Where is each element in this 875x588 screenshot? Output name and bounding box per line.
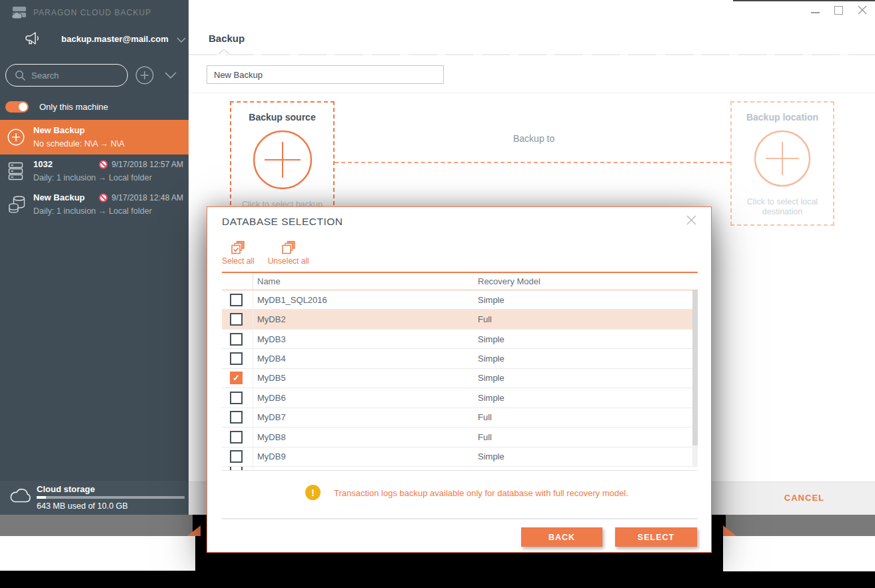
storage-progress-bar (37, 496, 185, 499)
row-checkbox[interactable] (230, 392, 243, 404)
toggle-knob (19, 103, 27, 111)
row-checkbox[interactable] (230, 431, 243, 443)
warning-text: Transaction logs backup available only f… (334, 488, 628, 498)
backup-item-schedule: Daily: 1 inclusion → Local folder (33, 206, 183, 216)
select-all-icon (231, 240, 245, 255)
source-destination-connector (335, 162, 730, 163)
database-selection-dialog: DATABASE SELECTION Select all (207, 206, 712, 553)
account-email: backup.master@mail.com (61, 34, 169, 44)
db-name: MyDB9 (253, 451, 478, 461)
db-name: MyDB4 (253, 354, 478, 364)
storage-usage-text: 643 MB used of 10.0 GB (37, 501, 128, 511)
sidebar: PARAGON CLOUD BACKUP backup.master@mail.… (0, 0, 189, 515)
cloud-icon (9, 487, 32, 505)
table-row[interactable]: MyDB5Simple (222, 369, 698, 388)
plus-circle-icon (252, 129, 313, 190)
sidebar-item-1032[interactable]: 1032 9/17/2018 12:57 AM Daily: 1 inclusi… (0, 154, 189, 188)
cloud-storage-panel: Cloud storage 643 MB used of 10.0 GB (0, 481, 189, 515)
window-top-edge (733, 0, 875, 1)
checkbox-column-header (222, 273, 253, 290)
recovery-model: Full (478, 412, 698, 422)
backup-location-box[interactable]: Backup location Click to select local de… (730, 101, 834, 226)
unselect-all-button[interactable]: Unselect all (268, 240, 309, 266)
db-name: MyDB7 (253, 412, 478, 422)
row-checkbox (230, 467, 243, 471)
database-icon (8, 194, 25, 214)
recovery-model: Simple (478, 334, 698, 344)
background-white-right (723, 536, 875, 571)
chevron-down-icon[interactable] (177, 37, 186, 43)
backup-item-schedule: Daily: 1 inclusion → Local folder (33, 173, 183, 182)
table-row[interactable]: MyDB7Full (222, 408, 698, 428)
db-name: MyDB1_SQL2016 (253, 295, 478, 305)
backup-item-status: 9/17/2018 12:48 AM (99, 193, 183, 202)
maximize-icon[interactable] (834, 6, 843, 15)
table-scrollbar[interactable] (692, 290, 698, 467)
backup-name-input[interactable] (207, 65, 444, 84)
row-checkbox[interactable] (230, 294, 243, 306)
backup-item-schedule: No schedule: N\A → N\A (33, 139, 183, 148)
recovery-model: Simple (478, 373, 698, 383)
machine-filter-row: Only this machine (5, 101, 108, 113)
backup-item-title: 1032 (33, 159, 53, 169)
cloud-storage-title: Cloud storage (37, 484, 95, 494)
close-icon[interactable] (686, 215, 696, 228)
backup-item-title: New Backup (33, 125, 85, 135)
table-row[interactable]: MyDB6Simple (222, 388, 698, 408)
name-column-header: Name (253, 276, 478, 286)
db-name: MyDB2 (253, 314, 478, 324)
recovery-model: Simple (478, 354, 698, 364)
page-title: Backup (209, 33, 245, 44)
sidebar-item-new-backup[interactable]: New Backup No schedule: N\A → N\A (0, 120, 189, 154)
search-input[interactable] (31, 71, 111, 81)
minimize-icon[interactable] (811, 12, 820, 13)
select-all-button[interactable]: Select all (222, 240, 255, 266)
backup-list: New Backup No schedule: N\A → N\A 1032 (0, 120, 189, 222)
chevron-down-icon[interactable] (165, 72, 177, 79)
table-row[interactable]: MyDB4Simple (222, 349, 698, 368)
dialog-footer-divider (222, 518, 698, 519)
row-checkbox[interactable] (230, 411, 243, 424)
section-divider (189, 93, 875, 93)
row-checkbox[interactable] (230, 313, 243, 326)
background-strip-left (0, 515, 193, 536)
scrollbar-thumb[interactable] (692, 290, 698, 445)
cancel-button[interactable]: CANCEL (784, 493, 824, 503)
table-row[interactable]: MyDB9Simple (222, 447, 698, 467)
close-icon[interactable] (858, 5, 867, 15)
row-checkbox[interactable] (230, 352, 243, 365)
dialog-title: DATABASE SELECTION (222, 216, 343, 228)
database-table: Name Recovery Model MyDB1_SQL2016SimpleM… (222, 272, 698, 471)
db-name: MyDB6 (253, 393, 478, 403)
row-checkbox[interactable] (230, 333, 243, 346)
table-body: MyDB1_SQL2016SimpleMyDB2FullMyDB3SimpleM… (222, 290, 698, 467)
recovery-model: Full (478, 432, 698, 442)
recovery-model: Full (478, 314, 698, 324)
server-cloud-logo-icon (11, 5, 27, 21)
plus-circle-icon (753, 129, 812, 188)
backup-item-title: New Backup (33, 192, 85, 202)
search-box[interactable] (5, 64, 128, 87)
warning-icon: ! (305, 485, 321, 500)
table-row[interactable]: MyDB2Full (222, 310, 698, 329)
sidebar-item-new-backup-2[interactable]: New Backup 9/17/2018 12:48 AM Daily: 1 i… (0, 188, 189, 222)
app-logo-row: PARAGON CLOUD BACKUP (11, 5, 151, 21)
orange-ribbon-corner-left (187, 525, 201, 536)
plus-circle-icon[interactable] (135, 66, 154, 85)
account-row[interactable]: backup.master@mail.com (24, 30, 186, 47)
unselect-all-label: Unselect all (268, 256, 309, 266)
window-controls (811, 5, 867, 15)
db-name: MyDB3 (253, 334, 478, 344)
table-row[interactable]: MyDB1_SQL2016Simple (222, 290, 698, 310)
row-checkbox[interactable] (230, 372, 243, 384)
only-this-machine-toggle[interactable] (5, 101, 29, 113)
row-checkbox[interactable] (230, 450, 243, 463)
back-button[interactable]: BACK (521, 527, 602, 547)
table-row[interactable]: MyDB8Full (222, 428, 698, 447)
select-button[interactable]: SELECT (615, 527, 697, 547)
db-name: MyDB8 (253, 432, 478, 442)
background-white-left (0, 536, 195, 571)
backup-location-hint: Click to select local destination (732, 197, 833, 217)
tab-divider (189, 54, 875, 55)
table-row[interactable]: MyDB3Simple (222, 330, 698, 349)
